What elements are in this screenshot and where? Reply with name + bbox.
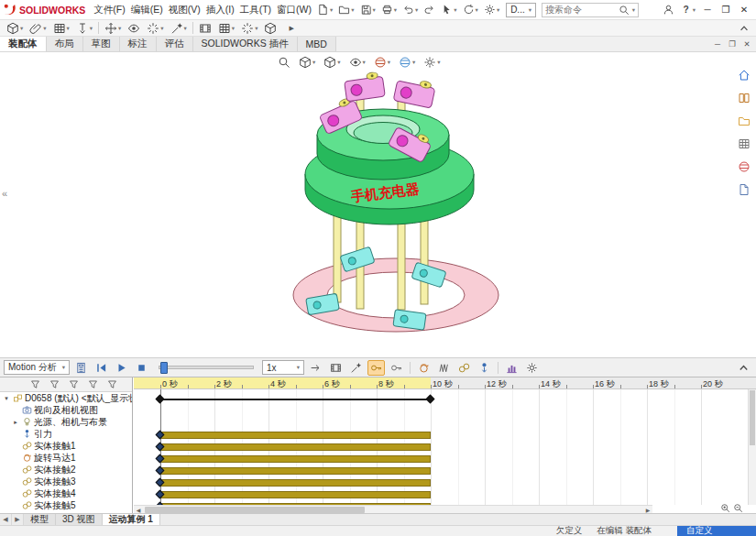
timeline-ruler[interactable]: 0 秒2 秒4 秒6 秒8 秒10 秒12 秒14 秒16 秒18 秒20 秒 (134, 377, 756, 389)
tab-装配体[interactable]: 装配体 (0, 37, 47, 51)
results-and-plots-button[interactable] (503, 360, 520, 376)
tab-草图[interactable]: 草图 (83, 37, 120, 51)
tab-SOLIDWORKS 插件[interactable]: SOLIDWORKS 插件 (193, 37, 298, 51)
playback-speed-select[interactable]: 1x▾ (262, 360, 304, 375)
tree-item-8[interactable]: 实体接触4 (0, 487, 132, 499)
menu-window[interactable]: 窗口(W) (274, 2, 314, 16)
zoom-in-timeline-icon[interactable] (720, 503, 730, 513)
menu-insert[interactable]: 插入(I) (203, 2, 237, 16)
toolbar-overflow-button[interactable]: ▶ (286, 23, 296, 34)
menu-edit[interactable]: 编辑(E) (128, 2, 166, 16)
expander-icon[interactable]: ▾ (2, 395, 11, 402)
tree-item-1[interactable]: 视向及相机视图 (0, 404, 132, 416)
exploded-view-button[interactable]: ▾ (238, 20, 260, 37)
top-clamp[interactable] (344, 71, 385, 102)
search-input[interactable] (545, 5, 617, 15)
next-tab-button[interactable]: ▶ (12, 514, 24, 525)
menu-file[interactable]: 文件(F) (91, 2, 127, 16)
timeline-vertical-scrollbar[interactable] (748, 389, 756, 505)
collapse-panel-button[interactable]: « (2, 188, 7, 199)
timeline-canvas[interactable] (134, 389, 748, 505)
save-document-button[interactable]: ▾ (357, 2, 378, 17)
document-dropdown[interactable]: D... ▾ (506, 3, 536, 17)
tree-item-3[interactable]: 引力 (0, 428, 132, 440)
help-button[interactable]: ▾ (677, 2, 698, 17)
timeline-bar-4[interactable] (160, 443, 431, 451)
play-button[interactable] (113, 360, 130, 376)
calculate-button[interactable] (72, 360, 90, 376)
tab-评估[interactable]: 评估 (157, 37, 193, 51)
doc-tab-运动算例 1[interactable]: 运动算例 1 (103, 514, 160, 525)
graphics-area[interactable]: ▾▾▾▾▾▾ « 手机充电器 (0, 52, 756, 357)
tree-item-6[interactable]: 实体接触2 (0, 464, 132, 476)
doc-tab-模型[interactable]: 模型 (24, 514, 56, 525)
undo-button[interactable]: ▾ (400, 2, 421, 17)
redo-button[interactable] (421, 2, 438, 17)
filter-driving-button[interactable] (66, 377, 82, 391)
rebuild-button[interactable]: ▾ (460, 2, 481, 17)
tree-item-4[interactable]: 实体接触1 (0, 440, 132, 452)
timeline-bar-6[interactable] (160, 467, 431, 475)
expander-icon[interactable]: ▸ (11, 419, 20, 426)
menu-tools[interactable]: 工具(T) (237, 2, 274, 16)
key-diamond[interactable] (156, 395, 165, 404)
file-explorer-button[interactable] (735, 113, 753, 129)
filter-selected-button[interactable] (85, 377, 101, 391)
prev-tab-button[interactable]: ◀ (0, 514, 12, 525)
sign-in-button[interactable] (660, 2, 677, 17)
add-key-button[interactable] (388, 360, 405, 376)
design-library-button[interactable] (735, 90, 753, 106)
slider-thumb[interactable] (160, 362, 168, 374)
animation-wizard-button[interactable] (347, 360, 365, 376)
filter-results-button[interactable] (104, 377, 120, 391)
spring-button[interactable] (435, 360, 453, 376)
collapse-toolbar-button[interactable] (736, 21, 752, 36)
tree-item-5[interactable]: 旋转马达1 (0, 452, 132, 464)
scroll-left-icon[interactable]: ◀ (134, 507, 143, 513)
doc-tab-3D 视图[interactable]: 3D 视图 (56, 514, 103, 525)
search-icon[interactable] (619, 5, 630, 16)
scroll-right-icon[interactable]: ▶ (643, 507, 652, 513)
motion-study-properties-button[interactable] (523, 360, 541, 376)
motor-button[interactable] (415, 360, 433, 376)
smart-fasteners-button[interactable]: ▾ (73, 20, 95, 37)
gravity-button[interactable] (476, 360, 493, 376)
tab-布局[interactable]: 布局 (47, 37, 83, 51)
doc-minimize-button[interactable]: ─ (710, 38, 725, 51)
playback-mode-button[interactable] (307, 360, 324, 376)
chevron-down-icon[interactable]: ▾ (632, 6, 635, 14)
time-slider[interactable] (159, 366, 254, 369)
play-from-start-button[interactable] (93, 360, 110, 376)
insert-component-button[interactable]: ▾ (4, 20, 26, 37)
options-button[interactable]: ▾ (481, 2, 502, 17)
timeline-bar-8[interactable] (160, 491, 431, 498)
timeline-range-0[interactable] (160, 399, 431, 400)
collapse-motionmanager-button[interactable] (735, 360, 752, 376)
open-document-button[interactable]: ▾ (335, 2, 356, 17)
assembly-3d-model[interactable]: 手机充电器 (234, 57, 536, 350)
tree-item-7[interactable]: 实体接触3 (0, 476, 132, 487)
instant3d-button[interactable] (261, 20, 279, 37)
timeline-bar-7[interactable] (160, 479, 431, 487)
tree-item-2[interactable]: ▸光源、相机与布景 (0, 416, 132, 428)
key-diamond[interactable] (426, 395, 435, 404)
move-component-button[interactable]: ▾ (102, 20, 124, 37)
scrollbar-thumb[interactable] (145, 507, 365, 513)
new-document-button[interactable]: ▾ (314, 2, 335, 17)
zoom-out-timeline-icon[interactable] (733, 503, 743, 513)
auto-key-button[interactable] (367, 360, 385, 376)
filter-all-button[interactable] (27, 377, 43, 391)
select-button[interactable]: ▾ (438, 2, 459, 17)
menu-view[interactable]: 视图(V) (166, 2, 203, 16)
doc-restore-button[interactable]: ❐ (725, 38, 740, 51)
doc-close-button[interactable]: ✕ (740, 38, 754, 51)
timeline-bar-5[interactable] (160, 455, 431, 463)
bill-of-materials-button[interactable]: ▾ (215, 20, 237, 37)
view-palette-button[interactable] (735, 136, 753, 152)
appearances-scenes-button[interactable] (735, 159, 753, 175)
scrollbar-thumb[interactable] (750, 390, 755, 445)
show-hidden-components-button[interactable] (125, 20, 143, 37)
tree-item-0[interactable]: ▾D0658 (默认) <默认_显示状态 (0, 392, 132, 404)
timeline-bar-3[interactable] (160, 432, 431, 439)
close-button[interactable]: ✕ (735, 2, 753, 18)
